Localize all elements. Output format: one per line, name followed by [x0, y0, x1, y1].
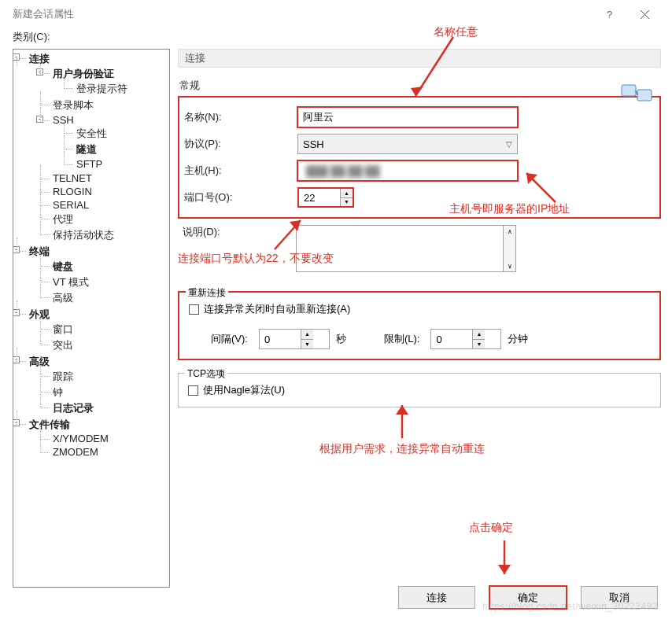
reconnect-legend: 重新连接	[186, 286, 228, 300]
port-label: 端口号(O):	[179, 190, 297, 205]
tree-vtmode[interactable]: VT 模式	[51, 276, 90, 288]
tree-advanced[interactable]: 高级	[51, 292, 75, 304]
tree-telnet[interactable]: TELNET	[51, 172, 94, 184]
tree-terminal[interactable]: 终端	[28, 245, 51, 257]
section-title: 连接	[178, 49, 661, 68]
help-button[interactable]: ?	[592, 3, 627, 25]
connect-button[interactable]: 连接	[398, 586, 475, 609]
reconnect-fieldset: 重新连接 连接异常关闭时自动重新连接(A) 间隔(V): ▲▼ 秒 限制(L):	[178, 291, 661, 360]
host-input[interactable]: ███ ██ ██ ██	[297, 160, 518, 181]
tree-loginscript[interactable]: 登录脚本	[51, 99, 95, 111]
tree-proxy[interactable]: 代理	[51, 213, 75, 225]
tree-loginprompt[interactable]: 登录提示符	[75, 83, 129, 94]
tree-serial[interactable]: SERIAL	[51, 199, 90, 211]
scrollbar[interactable]: ∧∨	[504, 225, 516, 272]
tree-trace[interactable]: 跟踪	[51, 370, 75, 382]
spin-up-icon[interactable]: ▲	[341, 189, 353, 198]
tree-keyboard[interactable]: 键盘	[51, 260, 75, 272]
watermark: https://blog.csdn.net/weixin_30222492	[482, 601, 658, 612]
tree-highlight[interactable]: 突出	[51, 339, 75, 351]
titlebar: 新建会话属性 ?	[6, 3, 666, 25]
nagle-checkbox[interactable]: 使用Nagle算法(U)	[188, 383, 651, 397]
tcp-legend: TCP选项	[185, 367, 227, 381]
desc-textarea[interactable]	[296, 225, 504, 272]
category-label: 类别(C):	[6, 25, 666, 49]
anno-reconnect: 根据用户需求，连接异常自动重连	[319, 442, 485, 456]
close-icon	[641, 10, 649, 19]
window-title: 新建会话属性	[13, 7, 592, 21]
tree-sftp[interactable]: SFTP	[75, 158, 104, 170]
general-heading: 常规	[179, 79, 661, 93]
tree-auth[interactable]: 用户身份验证	[51, 68, 116, 79]
name-input[interactable]	[297, 107, 518, 127]
tree-window[interactable]: 窗口	[51, 323, 75, 335]
protocol-label: 协议(P):	[179, 137, 297, 151]
svg-rect-3	[637, 90, 652, 101]
limit-unit: 分钟	[508, 332, 528, 346]
protocol-value: SSH	[303, 138, 324, 150]
tree-security[interactable]: 安全性	[75, 127, 109, 139]
host-label: 主机(H):	[179, 164, 297, 178]
tree-xymodem[interactable]: X/YMODEM	[51, 433, 110, 444]
tree-log[interactable]: 日志记录	[51, 402, 95, 414]
tree-rlogin[interactable]: RLOGIN	[51, 186, 94, 197]
nagle-chk-label: 使用Nagle算法(U)	[203, 383, 285, 397]
tree-zmodem[interactable]: ZMODEM	[51, 446, 100, 458]
interval-unit: 秒	[336, 332, 346, 346]
interval-label: 间隔(V):	[211, 332, 248, 346]
interval-spinner[interactable]: ▲▼	[259, 329, 330, 349]
limit-spinner[interactable]: ▲▼	[430, 329, 501, 349]
anno-ok: 点击确定	[469, 521, 513, 535]
svg-marker-14	[498, 565, 511, 574]
auto-reconnect-checkbox[interactable]: 连接异常关闭时自动重新连接(A)	[189, 302, 650, 316]
port-input[interactable]	[299, 189, 340, 206]
tree-tunnel[interactable]: 隧道	[75, 143, 98, 155]
tree-filetransfer[interactable]: 文件传输	[28, 418, 72, 430]
close-button[interactable]	[627, 3, 663, 25]
tree-keepalive[interactable]: 保持活动状态	[51, 229, 116, 241]
content-panel: 连接 常规 名称(N): 协议(P): SSH ▽ 主机(H):	[178, 49, 661, 588]
arrow-ok	[489, 536, 520, 586]
dialog-window: 新建会话属性 ? 类别(C): -连接 -用户身份验证 登录提示符 登录脚本 -…	[6, 3, 666, 617]
interval-input[interactable]	[260, 330, 301, 348]
reconnect-chk-label: 连接异常关闭时自动重新连接(A)	[204, 302, 350, 316]
limit-input[interactable]	[431, 330, 472, 348]
name-label: 名称(N):	[179, 110, 297, 124]
limit-label: 限制(L):	[384, 332, 420, 346]
chevron-down-icon: ▽	[506, 140, 512, 149]
desc-label: 说明(D):	[178, 225, 296, 239]
tree-adv2[interactable]: 高级	[28, 356, 51, 367]
category-tree[interactable]: -连接 -用户身份验证 登录提示符 登录脚本 -SSH 安全性 隧道 SFTP	[13, 49, 170, 588]
tree-appearance[interactable]: 外观	[28, 308, 51, 320]
svg-rect-2	[622, 85, 636, 96]
tcp-fieldset: TCP选项 使用Nagle算法(U)	[178, 373, 661, 407]
tree-connection[interactable]: 连接	[28, 53, 51, 65]
port-spinner[interactable]: ▲▼	[297, 187, 354, 208]
tree-bell[interactable]: 钟	[51, 386, 65, 398]
network-icon	[620, 79, 655, 109]
protocol-select[interactable]: SSH ▽	[297, 134, 518, 154]
spin-down-icon[interactable]: ▼	[341, 198, 353, 207]
